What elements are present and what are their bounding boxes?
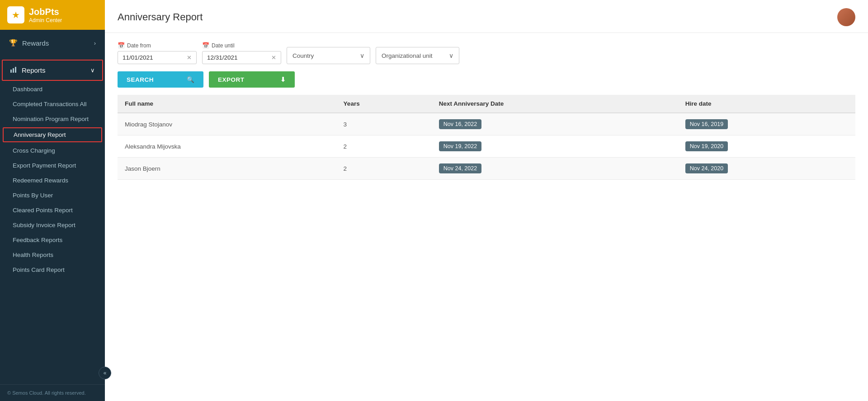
svg-rect-0 [10,70,12,73]
avatar[interactable] [837,8,855,26]
app-subtitle: Admin Center [29,17,62,23]
sidebar-item-cross-charging[interactable]: Cross Charging [0,143,105,158]
calendar-until-icon: 📅 [202,42,209,49]
rewards-section: 🏆 Rewards › [0,30,105,56]
svg-rect-1 [13,68,14,73]
page-title: Anniversary Report [118,11,203,23]
sidebar-item-health-reports[interactable]: Health Reports [0,247,105,262]
sidebar-item-anniversary-report[interactable]: Anniversary Report [3,127,102,142]
sidebar-collapse-button[interactable]: « [99,367,111,379]
org-unit-placeholder: Organizational unit [382,52,433,59]
table-body: Miodrag Stojanov3Nov 16, 2022Nov 16, 201… [118,113,855,180]
cell-next-anniversary: Nov 19, 2022 [432,135,678,158]
trophy-icon: 🏆 [9,39,18,47]
table-row: Miodrag Stojanov3Nov 16, 2022Nov 16, 201… [118,113,855,135]
calendar-icon: 📅 [118,42,125,49]
cell-next-anniversary: Nov 24, 2022 [432,158,678,180]
table-row: Aleksandra Mijovska2Nov 19, 2022Nov 19, … [118,135,855,158]
reports-nav-item[interactable]: Reports ∨ [2,60,103,81]
date-until-clear-button[interactable]: ✕ [271,54,276,61]
sidebar-footer: © Semos Cloud. All rights reserved. [0,384,105,401]
reports-section: Reports ∨ DashboardCompleted Transaction… [0,56,105,280]
col-next-anniversary: Next Anniversary Date [432,95,678,113]
hire-date-badge: Nov 24, 2020 [685,163,728,173]
anniversary-date-badge: Nov 24, 2022 [439,163,481,173]
anniversary-date-badge: Nov 16, 2022 [439,119,481,129]
date-until-input[interactable] [207,54,266,61]
cell-hire-date: Nov 24, 2020 [678,158,855,180]
org-unit-select[interactable]: Organizational unit ∨ [376,47,459,64]
sidebar-item-points-card-report[interactable]: Points Card Report [0,262,105,277]
cell-years: 2 [336,158,432,180]
logo-icon: ★ [7,6,24,23]
cell-years: 3 [336,113,432,135]
action-buttons-row: SEARCH 🔍 EXPORT ⬇ [105,71,868,95]
table-row: Jason Bjoern2Nov 24, 2022Nov 24, 2020 [118,158,855,180]
country-select[interactable]: Country ∨ [287,47,370,64]
export-button[interactable]: EXPORT ⬇ [209,71,295,88]
sidebar-item-redeemed-rewards[interactable]: Redeemed Rewards [0,173,105,188]
sidebar: ★ JobPts Admin Center 🏆 Rewards › [0,0,105,401]
sidebar-item-completed-transactions-all[interactable]: Completed Transactions All [0,97,105,112]
logo-text: JobPts Admin Center [29,6,62,23]
col-fullname: Full name [118,95,336,113]
cell-fullname: Jason Bjoern [118,158,336,180]
rewards-label: Rewards [22,39,49,47]
col-hire-date: Hire date [678,95,855,113]
cell-years: 2 [336,135,432,158]
logo-area: ★ JobPts Admin Center [0,0,105,30]
date-until-label: 📅 Date until [202,42,281,49]
sidebar-item-points-by-user[interactable]: Points By User [0,188,105,203]
date-from-label: 📅 Date from [118,42,197,49]
date-from-clear-button[interactable]: ✕ [187,54,192,61]
anniversary-date-badge: Nov 19, 2022 [439,141,481,151]
date-from-input-wrap: ✕ [118,51,197,64]
svg-rect-2 [15,67,16,73]
sidebar-item-subsidy-invoice-report[interactable]: Subsidy Invoice Report [0,218,105,233]
col-years: Years [336,95,432,113]
sidebar-item-feedback-reports[interactable]: Feedback Reports [0,233,105,247]
date-until-input-wrap: ✕ [202,51,281,64]
table-header-row: Full name Years Next Anniversary Date Hi… [118,95,855,113]
hire-date-badge: Nov 19, 2020 [685,141,728,151]
filters-row: 📅 Date from ✕ 📅 Date until ✕ Country ∨ O [105,33,868,71]
sidebar-item-dashboard[interactable]: Dashboard [0,82,105,97]
cell-next-anniversary: Nov 16, 2022 [432,113,678,135]
reports-icon [10,66,17,75]
main-content: Anniversary Report 📅 Date from ✕ 📅 Date … [105,0,868,401]
search-icon: 🔍 [187,76,195,83]
reports-sub-menu: DashboardCompleted Transactions AllNomin… [0,82,105,277]
cell-fullname: Aleksandra Mijovska [118,135,336,158]
reports-chevron-icon: ∨ [90,67,95,74]
rewards-nav-item[interactable]: 🏆 Rewards › [0,33,105,53]
cell-hire-date: Nov 19, 2020 [678,135,855,158]
date-from-input[interactable] [123,54,181,61]
download-icon: ⬇ [280,76,286,83]
country-placeholder: Country [292,52,314,59]
search-button[interactable]: SEARCH 🔍 [118,71,203,88]
sidebar-item-export-payment-report[interactable]: Export Payment Report [0,158,105,173]
hire-date-badge: Nov 16, 2019 [685,119,728,129]
sidebar-item-nomination-program-report[interactable]: Nomination Program Report [0,112,105,126]
anniversary-table: Full name Years Next Anniversary Date Hi… [118,95,855,180]
date-until-group: 📅 Date until ✕ [202,42,281,64]
reports-label: Reports [22,66,46,74]
cell-fullname: Miodrag Stojanov [118,113,336,135]
org-unit-chevron-icon: ∨ [449,52,453,59]
rewards-chevron-icon: › [94,40,96,47]
date-from-group: 📅 Date from ✕ [118,42,197,64]
main-header: Anniversary Report [105,0,868,33]
table-wrap: Full name Years Next Anniversary Date Hi… [105,95,868,401]
app-name: JobPts [29,6,62,17]
sidebar-item-cleared-points-report[interactable]: Cleared Points Report [0,203,105,218]
country-chevron-icon: ∨ [360,52,364,59]
cell-hire-date: Nov 16, 2019 [678,113,855,135]
